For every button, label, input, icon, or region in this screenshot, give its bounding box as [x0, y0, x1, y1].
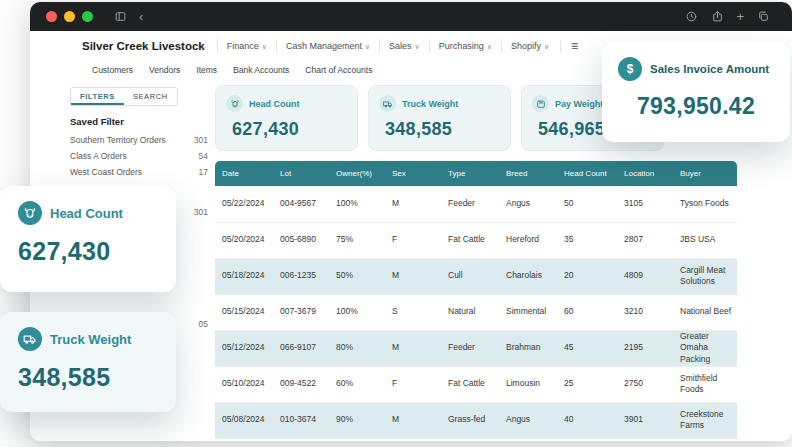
sidebar-item-class-a-orders[interactable]: Class A Orders 54	[70, 148, 208, 164]
col-header-breed[interactable]: Breed	[499, 161, 557, 186]
cell-type: Cull	[441, 258, 499, 294]
filter-label: Class A Orders	[70, 151, 127, 161]
filter-label: Southern Territory Orders	[70, 135, 166, 145]
stat-card-truck-weight: Truck Weight 348,585	[368, 85, 511, 151]
table-row[interactable]: 05/20/2024 005-6890 75% F Fat Cattle Her…	[215, 222, 737, 258]
history-icon[interactable]	[684, 10, 698, 24]
nav-item-cash-management[interactable]: Cash Management ∨	[276, 39, 379, 53]
cell-date: 05/20/2024	[215, 222, 273, 258]
cell-lot: 009-4522	[273, 366, 329, 402]
nav-label: Sales	[389, 41, 412, 51]
col-header-buyer[interactable]: Buyer	[673, 161, 737, 186]
traffic-lights	[46, 11, 93, 22]
table-row[interactable]: 05/18/2024 006-1235 50% M Cull Charolais…	[215, 258, 737, 294]
cell-sex: F	[385, 366, 441, 402]
table-row[interactable]: 05/22/2024 004-9567 100% M Feeder Angus …	[215, 186, 737, 222]
chevron-down-icon: ∨	[544, 43, 549, 50]
cell-buyer: Tyson Foods	[673, 186, 737, 222]
cell-breed: Hereford	[499, 222, 557, 258]
cell-owner: 80%	[329, 330, 385, 366]
cell-owner: 100%	[329, 186, 385, 222]
card-label: Sales Invoice Amount	[650, 63, 769, 75]
col-header-owner[interactable]: Owner(%)	[329, 161, 385, 186]
cell-owner: 60%	[329, 366, 385, 402]
table-header-row: Date Lot Owner(%) Sex Type Breed Head Co…	[215, 161, 737, 186]
divider	[560, 40, 561, 52]
cell-sex: M	[385, 186, 441, 222]
sidebar-item-west-coast-orders[interactable]: West Coast Orders 17	[70, 164, 208, 180]
dollar-icon: $	[618, 57, 642, 81]
sidebar-item-southern-territory-orders[interactable]: Southern Territory Orders 301	[70, 132, 208, 148]
cell-head-count: 25	[557, 366, 617, 402]
minimize-button[interactable]	[64, 11, 75, 22]
subnav-item-chart-of-accounts[interactable]: Chart of Accounts	[305, 65, 372, 75]
cell-location: 3901	[617, 402, 673, 438]
table-row[interactable]: 05/15/2024 007-3679 100% S Natural Simme…	[215, 294, 737, 330]
truck-icon	[18, 327, 42, 351]
brand-title: Silver Creek Livestock	[82, 40, 205, 52]
cell-buyer: Smithfield Foods	[673, 366, 737, 402]
titlebar-actions: +	[678, 10, 776, 24]
nav-item-shopify[interactable]: Shopify ∨	[501, 39, 558, 53]
cell-type: Feeder	[441, 186, 499, 222]
cell-head-count: 35	[557, 222, 617, 258]
col-header-date[interactable]: Date	[215, 161, 273, 186]
sales-invoice-amount-card: $ Sales Invoice Amount 793,950.42	[602, 42, 790, 142]
col-header-head-count[interactable]: Head Count	[557, 161, 617, 186]
nav-label: Shopify	[511, 41, 541, 51]
tab-search[interactable]: SEARCH	[124, 88, 177, 105]
cell-date: 05/08/2024	[215, 402, 273, 438]
table-row[interactable]: 05/12/2024 066-9107 80% M Feeder Brahman…	[215, 330, 737, 366]
cell-type: Feeder	[441, 330, 499, 366]
cell-sex: M	[385, 330, 441, 366]
nav-item-sales[interactable]: Sales ∨	[379, 39, 429, 53]
zoom-button[interactable]	[82, 11, 93, 22]
new-tab-icon[interactable]: +	[736, 10, 744, 23]
tabs-icon[interactable]	[756, 10, 770, 24]
nav-item-finance[interactable]: Finance ∨	[217, 39, 276, 53]
card-value: 348,585	[18, 363, 158, 392]
cell-buyer: JBS USA	[673, 222, 737, 258]
subnav-item-bank-accounts[interactable]: Bank Accounts	[233, 65, 289, 75]
col-header-type[interactable]: Type	[441, 161, 499, 186]
cell-breed: Limousin	[499, 366, 557, 402]
share-icon[interactable]	[710, 10, 724, 24]
cell-buyer: Creekstone Farms	[673, 402, 737, 438]
close-button[interactable]	[46, 11, 57, 22]
cell-sex: M	[385, 258, 441, 294]
filter-count: 17	[199, 167, 208, 177]
desktop: ‹ + Silver Creek Livestock Finance	[0, 0, 792, 447]
sidebar-tabs: FILTERS SEARCH	[70, 87, 178, 106]
subnav-item-vendors[interactable]: Vendors	[149, 65, 180, 75]
cell-date: 05/22/2024	[215, 186, 273, 222]
cell-owner: 50%	[329, 258, 385, 294]
cell-type: Fat Cattle	[441, 366, 499, 402]
cell-head-count: 40	[557, 402, 617, 438]
filter-count: 05	[199, 319, 208, 329]
cell-date: 05/12/2024	[215, 330, 273, 366]
col-header-sex[interactable]: Sex	[385, 161, 441, 186]
filter-label: West Coast Orders	[70, 167, 142, 177]
saved-filter-heading: Saved Filter	[70, 116, 208, 127]
sidebar-toggle-icon[interactable]	[113, 10, 127, 24]
col-header-location[interactable]: Location	[617, 161, 673, 186]
table-row[interactable]: 05/08/2024 010-3674 90% M Grass-fed Angu…	[215, 402, 737, 438]
col-header-lot[interactable]: Lot	[273, 161, 329, 186]
cell-owner: 75%	[329, 222, 385, 258]
menu-icon[interactable]: ≡	[571, 39, 578, 53]
subnav-item-items[interactable]: Items	[196, 65, 217, 75]
subnav-item-customers[interactable]: Customers	[92, 65, 133, 75]
table-row[interactable]: 05/10/2024 009-4522 60% F Fat Cattle Lim…	[215, 366, 737, 402]
cell-lot: 066-9107	[273, 330, 329, 366]
cell-lot: 010-3674	[273, 402, 329, 438]
tab-filters[interactable]: FILTERS	[71, 88, 124, 105]
back-icon[interactable]: ‹	[139, 10, 143, 23]
cell-location: 2807	[617, 222, 673, 258]
nav-label: Finance	[227, 41, 259, 51]
cell-location: 2195	[617, 330, 673, 366]
cell-breed: Angus	[499, 402, 557, 438]
filter-count: 54	[199, 151, 208, 161]
card-label: Head Count	[50, 206, 123, 221]
nav-item-purchasing[interactable]: Purchasing ∨	[429, 39, 501, 53]
cell-location: 3105	[617, 186, 673, 222]
